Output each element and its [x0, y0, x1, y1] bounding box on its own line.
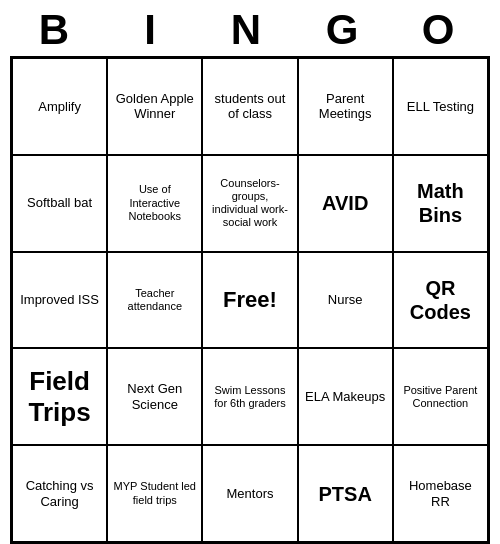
cell-8: AVID	[298, 155, 393, 252]
cell-20: Catching vs Caring	[12, 445, 107, 542]
cell-15: Field Trips	[12, 348, 107, 445]
cell-9: Math Bins	[393, 155, 488, 252]
bingo-grid: Amplify Golden Apple Winner students out…	[10, 56, 490, 544]
title-n: N	[207, 6, 293, 54]
cell-4: ELL Testing	[393, 58, 488, 155]
cell-1: Golden Apple Winner	[107, 58, 202, 155]
title-i: I	[111, 6, 197, 54]
cell-19: Positive Parent Connection	[393, 348, 488, 445]
cell-24: Homebase RR	[393, 445, 488, 542]
cell-0: Amplify	[12, 58, 107, 155]
title-g: G	[303, 6, 389, 54]
title-b: B	[15, 6, 101, 54]
cell-5: Softball bat	[12, 155, 107, 252]
cell-14: QR Codes	[393, 252, 488, 349]
cell-2: students out of class	[202, 58, 297, 155]
bingo-title: B I N G O	[10, 0, 490, 56]
cell-12-free: Free!	[202, 252, 297, 349]
cell-7: Counselors-groups, individual work-socia…	[202, 155, 297, 252]
cell-22: Mentors	[202, 445, 297, 542]
title-o: O	[399, 6, 485, 54]
cell-6: Use of Interactive Notebooks	[107, 155, 202, 252]
cell-17: Swim Lessons for 6th graders	[202, 348, 297, 445]
cell-23: PTSA	[298, 445, 393, 542]
cell-10: Improved ISS	[12, 252, 107, 349]
cell-3: Parent Meetings	[298, 58, 393, 155]
cell-18: ELA Makeups	[298, 348, 393, 445]
cell-21: MYP Student led field trips	[107, 445, 202, 542]
cell-16: Next Gen Science	[107, 348, 202, 445]
cell-13: Nurse	[298, 252, 393, 349]
cell-11: Teacher attendance	[107, 252, 202, 349]
